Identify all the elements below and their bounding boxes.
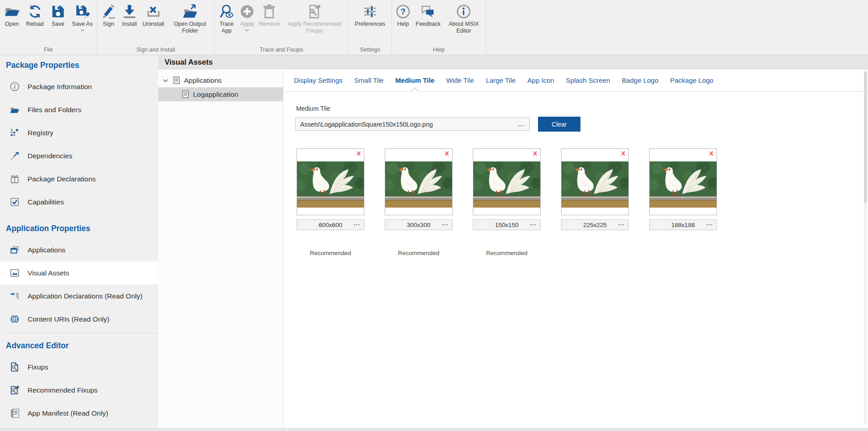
apply-button: Apply bbox=[237, 3, 257, 32]
save-button[interactable]: Save bbox=[48, 3, 68, 28]
sidebar-item-package-declarations[interactable]: Package Declarations bbox=[0, 167, 158, 190]
tree-node-label: Logapplication bbox=[193, 90, 238, 99]
install-button[interactable]: Install bbox=[120, 3, 139, 28]
sidebar-item-fixups[interactable]: Fixups bbox=[0, 355, 158, 379]
dove-image bbox=[297, 161, 364, 208]
tab-small-tile[interactable]: Small Tile bbox=[349, 69, 390, 91]
browse-size-button[interactable]: ... bbox=[706, 220, 713, 227]
asset-size-field[interactable]: 300x300... bbox=[385, 219, 453, 230]
tab-wide-tile[interactable]: Wide Tile bbox=[440, 69, 480, 91]
ribbon-group-file: OpenReloadSaveSave AsFile bbox=[0, 0, 97, 55]
sidebar-divider bbox=[6, 216, 158, 216]
sidebar-item-package-information[interactable]: Package Information bbox=[0, 75, 158, 98]
ribbon-button-label: Open Output Folder bbox=[169, 21, 211, 34]
sidebar-item-dependencies[interactable]: Dependencies bbox=[0, 144, 158, 167]
uninstall-button[interactable]: Uninstall bbox=[141, 3, 166, 28]
recommended-label: Recommended bbox=[297, 250, 364, 256]
medium-tile-path-input[interactable]: Assets\LogapplicationSquare150x150Logo.p… bbox=[295, 118, 530, 131]
sidebar-item-application-declarations-read-only[interactable]: Application Declarations (Read Only) bbox=[0, 284, 158, 308]
sidebar-item-label: Registry bbox=[28, 129, 53, 137]
about-msix-editor-button[interactable]: About MSIX Editor bbox=[443, 3, 484, 34]
tab-app-icon[interactable]: App Icon bbox=[522, 69, 560, 91]
app-declarations-icon bbox=[9, 291, 20, 301]
page-title: Visual Assets bbox=[158, 55, 868, 69]
asset-column: X150x150...Recommended bbox=[473, 148, 541, 256]
asset-size-label: 300x300 bbox=[407, 222, 430, 228]
applications-tree: Applications Logapplication bbox=[158, 69, 283, 428]
remove-asset-button[interactable]: X bbox=[621, 150, 625, 157]
ribbon-group-trace-and-fixups: Trace AppApplyRemoveApply Recommended Fi… bbox=[215, 0, 349, 55]
remove-asset-button[interactable]: X bbox=[709, 150, 713, 157]
sidebar-item-recommended-fixups[interactable]: Recommended Fixups bbox=[0, 379, 158, 402]
sidebar-item-label: Capabilities bbox=[28, 198, 64, 206]
ribbon-group-label: File bbox=[0, 47, 97, 53]
tab-badge-logo[interactable]: Badge Logo bbox=[616, 69, 664, 91]
tab-splash-screen[interactable]: Splash Screen bbox=[560, 69, 616, 91]
sidebar-item-app-manifest-read-only[interactable]: App Manifest (Read Only) bbox=[0, 402, 158, 425]
preferences-icon bbox=[362, 4, 378, 19]
svg-text:?: ? bbox=[401, 7, 406, 16]
browse-size-button[interactable]: ... bbox=[354, 220, 360, 227]
field-label: Medium Tile bbox=[296, 105, 868, 112]
tab-display-settings[interactable]: Display Settings bbox=[288, 69, 349, 91]
sidebar-item-applications[interactable]: Applications bbox=[0, 238, 158, 261]
sidebar-item-label: Dependencies bbox=[28, 152, 72, 160]
remove-asset-button[interactable]: X bbox=[357, 150, 361, 157]
clear-button[interactable]: Clear bbox=[538, 117, 580, 132]
sidebar-item-visual-assets[interactable]: Visual Assets bbox=[0, 261, 158, 284]
save-as-button[interactable]: Save As bbox=[70, 3, 94, 32]
dove-image bbox=[561, 161, 628, 208]
remove-asset-button[interactable]: X bbox=[445, 150, 449, 157]
recommended-label: Recommended bbox=[473, 250, 541, 256]
sidebar-item-files-and-folders[interactable]: Files and Folders bbox=[0, 98, 158, 121]
asset-size-field[interactable]: 225x225... bbox=[561, 219, 629, 230]
tree-node-applications[interactable]: Applications bbox=[158, 73, 283, 87]
sidebar-item-registry[interactable]: Registry bbox=[0, 121, 158, 144]
browse-size-button[interactable]: ... bbox=[618, 220, 625, 227]
recommended-fixups-blue-icon bbox=[9, 385, 20, 395]
asset-size-field[interactable]: 188x188... bbox=[649, 219, 717, 230]
sign-button[interactable]: Sign bbox=[99, 3, 118, 28]
ribbon-button-label: Preferences bbox=[355, 21, 385, 28]
path-row: Assets\LogapplicationSquare150x150Logo.p… bbox=[295, 118, 868, 132]
sidebar-item-label: Files and Folders bbox=[28, 106, 81, 114]
asset-preview: X bbox=[297, 148, 364, 215]
help-button[interactable]: ?Help bbox=[393, 3, 413, 28]
recommended-fixups-icon bbox=[307, 4, 322, 19]
asset-size-field[interactable]: 150x150... bbox=[473, 219, 541, 230]
registry-icon bbox=[9, 128, 20, 138]
ribbon-group-sign-and-install: SignInstallUninstallOpen Output FolderSi… bbox=[97, 0, 215, 55]
trace-app-button[interactable]: Trace App bbox=[216, 3, 237, 34]
trace-app-icon bbox=[219, 4, 235, 19]
asset-column: X300x300...Recommended bbox=[385, 148, 453, 256]
browse-button[interactable]: ... bbox=[518, 121, 525, 128]
tree-node-logapplication[interactable]: Logapplication bbox=[158, 87, 283, 101]
chevron-down-icon[interactable] bbox=[162, 77, 169, 84]
scrollbar-thumb[interactable] bbox=[864, 71, 867, 203]
browse-size-button[interactable]: ... bbox=[442, 220, 448, 227]
sidebar-item-label: Applications bbox=[28, 246, 66, 254]
ribbon-button-label: Feedback bbox=[416, 21, 441, 28]
sidebar-item-capabilities[interactable]: Capabilities bbox=[0, 190, 158, 213]
ribbon-button-label: Save As bbox=[72, 21, 93, 28]
tab-package-logo[interactable]: Package Logo bbox=[664, 69, 719, 91]
feedback-button[interactable]: Feedback bbox=[414, 3, 443, 28]
tab-large-tile[interactable]: Large Tile bbox=[480, 69, 522, 91]
ribbon-button-label: Save bbox=[52, 21, 65, 28]
ribbon-button-label: Trace App bbox=[217, 21, 236, 34]
reload-button[interactable]: Reload bbox=[24, 3, 46, 28]
asset-tabs: Display SettingsSmall TileMedium TileWid… bbox=[284, 69, 868, 92]
horizontal-scrollbar[interactable] bbox=[0, 428, 868, 431]
preferences-button[interactable]: Preferences bbox=[353, 3, 387, 28]
browse-size-button[interactable]: ... bbox=[530, 220, 537, 227]
asset-size-field[interactable]: 600x600... bbox=[297, 219, 364, 230]
remove-asset-button[interactable]: X bbox=[533, 150, 537, 157]
sign-icon bbox=[101, 4, 117, 19]
asset-column: X600x600...Recommended bbox=[297, 148, 364, 256]
sidebar-item-content-uris-read-only[interactable]: Content URIs (Read Only) bbox=[0, 308, 158, 331]
vertical-scrollbar[interactable] bbox=[864, 71, 867, 424]
open-button[interactable]: Open bbox=[2, 3, 22, 28]
open-output-folder-button[interactable]: Open Output Folder bbox=[167, 3, 212, 34]
remove-trash-icon bbox=[261, 4, 277, 19]
sidebar-section-advanced-editor: Advanced EditorFixupsRecommended FixupsA… bbox=[0, 336, 158, 425]
